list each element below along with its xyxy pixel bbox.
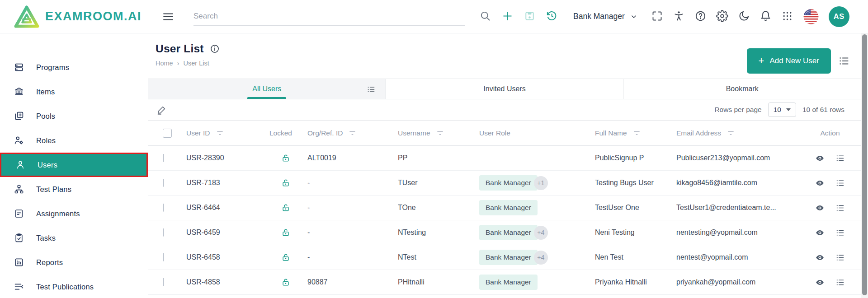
dark-mode-button[interactable] xyxy=(738,10,750,23)
cell-full-name: Nen Test xyxy=(595,253,676,261)
sidebar-item-label: Reports xyxy=(36,258,63,267)
scrollbar-thumb[interactable] xyxy=(862,34,867,295)
cell-org-ref-id: - xyxy=(302,228,398,237)
vertical-scrollbar[interactable] xyxy=(861,33,868,298)
search-input[interactable] xyxy=(193,8,465,26)
row-select xyxy=(148,179,174,187)
notifications-button[interactable] xyxy=(760,10,772,23)
row-menu-icon[interactable] xyxy=(835,203,845,213)
plus-button[interactable] xyxy=(501,10,514,23)
row-checkbox[interactable] xyxy=(163,228,164,237)
rows-summary: 10 of 61 rows xyxy=(802,106,844,114)
menu-toggle-button[interactable] xyxy=(162,10,175,23)
row-checkbox[interactable] xyxy=(163,278,164,286)
cell-actions xyxy=(799,253,861,262)
tab-bookmark[interactable]: Bookmark xyxy=(623,79,861,99)
column-label: Action xyxy=(820,129,840,137)
sidebar-item-label: Test Publications xyxy=(36,283,94,291)
pools-icon xyxy=(14,111,24,121)
language-flag-us-icon[interactable] xyxy=(803,9,819,24)
view-eye-icon[interactable] xyxy=(815,228,825,237)
lock-open-icon[interactable] xyxy=(281,202,291,213)
tab-all-users[interactable]: All Users xyxy=(148,79,386,99)
select-all-checkbox[interactable] xyxy=(163,129,172,138)
sidebar-item-reports[interactable]: Reports xyxy=(0,250,148,275)
settings-button[interactable] xyxy=(716,10,728,23)
cell-full-name: Priyanka Hitnalli xyxy=(595,278,676,286)
apps-button[interactable] xyxy=(781,10,793,23)
user-avatar[interactable]: AS xyxy=(829,6,849,27)
filter-icon[interactable] xyxy=(436,129,444,137)
active-tab-underline xyxy=(247,97,286,99)
view-eye-icon[interactable] xyxy=(815,278,825,287)
brand[interactable]: EXAMROOM.AI xyxy=(14,5,147,28)
filter-icon[interactable] xyxy=(633,129,641,137)
fullscreen-button[interactable] xyxy=(651,10,663,23)
help-button[interactable] xyxy=(694,10,707,23)
cell-locked xyxy=(269,252,302,263)
lock-open-icon[interactable] xyxy=(281,227,291,238)
row-checkbox[interactable] xyxy=(163,154,164,162)
table-row: USR-28390ALT0019PPPublicSignup PPublicus… xyxy=(148,146,861,171)
filter-icon[interactable] xyxy=(727,129,735,137)
row-menu-icon[interactable] xyxy=(835,178,845,188)
row-menu-icon[interactable] xyxy=(835,154,845,163)
edit-pencil-icon[interactable] xyxy=(156,105,167,115)
view-eye-icon[interactable] xyxy=(815,154,825,163)
row-checkbox[interactable] xyxy=(163,204,164,212)
plus-icon: + xyxy=(759,56,764,66)
row-menu-icon[interactable] xyxy=(835,278,845,287)
view-eye-icon[interactable] xyxy=(815,253,825,262)
lock-open-icon[interactable] xyxy=(281,177,291,188)
cell-email: Publicuser213@yopmail.com xyxy=(676,154,799,162)
sidebar-item-items[interactable]: Items xyxy=(0,79,148,104)
add-new-user-button[interactable]: + Add New User xyxy=(747,48,831,74)
lock-open-icon[interactable] xyxy=(281,277,291,288)
filter-icon[interactable] xyxy=(216,129,224,137)
sidebar-item-assignments[interactable]: Assignments xyxy=(0,201,148,226)
role-extra-badge[interactable]: +4 xyxy=(534,251,548,265)
cell-username: TOne xyxy=(398,204,477,212)
history-button[interactable] xyxy=(546,10,558,23)
lock-open-icon[interactable] xyxy=(281,153,291,163)
users-icon xyxy=(15,159,26,170)
examroom-logo-icon xyxy=(14,5,40,28)
column-label: Full Name xyxy=(595,129,627,137)
cell-user-role: Bank Manager+4 xyxy=(477,225,595,240)
search-button[interactable] xyxy=(479,10,491,23)
sidebar-item-test-plans[interactable]: Test Plans xyxy=(0,177,148,201)
role-selector[interactable]: Bank Manager xyxy=(573,12,638,21)
sidebar-item-label: Test Plans xyxy=(36,185,71,194)
view-eye-icon[interactable] xyxy=(815,178,825,188)
view-eye-icon[interactable] xyxy=(815,203,825,213)
column-header-action: Action xyxy=(799,129,861,137)
sidebar-item-label: Pools xyxy=(36,112,55,121)
row-menu-icon[interactable] xyxy=(835,228,845,237)
accessibility-button[interactable] xyxy=(673,10,685,23)
sidebar-item-test-publications[interactable]: Test Publications xyxy=(0,275,148,298)
examroom-admin-app: EXAMROOM.AI Bank Manager AS ProgramsItem… xyxy=(0,0,868,298)
rows-per-page-label: Rows per page xyxy=(714,106,761,114)
row-checkbox[interactable] xyxy=(163,179,164,187)
sidebar-item-roles[interactable]: Roles xyxy=(0,128,148,153)
tab-menu-icon[interactable] xyxy=(367,85,376,94)
sidebar-item-programs[interactable]: Programs xyxy=(0,55,148,79)
row-checkbox[interactable] xyxy=(163,253,164,261)
filter-icon[interactable] xyxy=(349,129,356,137)
sidebar-item-label: Tasks xyxy=(36,234,56,242)
save-button[interactable] xyxy=(524,10,536,23)
tab-invited-users[interactable]: Invited Users xyxy=(386,79,623,99)
row-menu-icon[interactable] xyxy=(835,253,845,262)
sidebar-item-pools[interactable]: Pools xyxy=(0,104,148,128)
sidebar-item-tasks[interactable]: Tasks xyxy=(0,226,148,250)
role-extra-badge[interactable]: +4 xyxy=(534,226,548,240)
info-icon[interactable] xyxy=(210,44,220,54)
list-view-icon[interactable] xyxy=(838,55,850,67)
cell-username: PHitnalli xyxy=(398,278,477,286)
sidebar-item-users[interactable]: Users xyxy=(0,153,148,177)
breadcrumb-home[interactable]: Home xyxy=(156,60,173,67)
cell-actions xyxy=(799,278,861,287)
role-extra-badge[interactable]: +1 xyxy=(534,176,548,190)
lock-open-icon[interactable] xyxy=(281,252,291,263)
rows-per-page-select[interactable]: 10 xyxy=(768,102,796,117)
